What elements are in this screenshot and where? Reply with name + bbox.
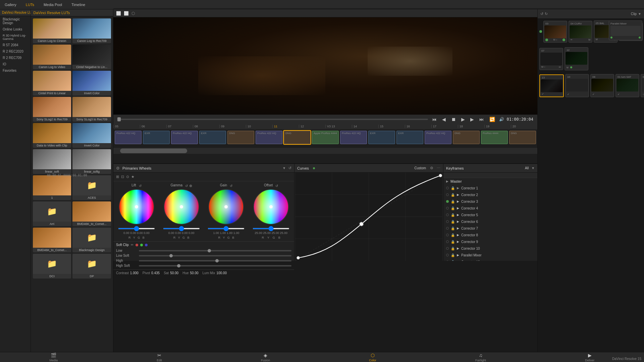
node-10-check[interactable]: ✓	[567, 93, 570, 96]
kf-corrector7[interactable]: 🔒 ▶ Corrector 7	[443, 225, 537, 232]
sc-lowsoft-slider[interactable]	[139, 255, 291, 256]
offset-reset[interactable]: ↺	[275, 184, 278, 188]
tab-timeline[interactable]: Timeline	[69, 2, 87, 7]
lut-item[interactable]: Invert Color	[72, 123, 111, 148]
tool-btn-2[interactable]: ⊡	[121, 175, 124, 179]
node-03[interactable]: 03 M ○	[543, 21, 567, 43]
keyframes-dropdown[interactable]: All	[525, 166, 529, 170]
gain-reset[interactable]: ↺	[230, 184, 232, 188]
lut-item[interactable]: Cintel Negative to Lin...	[72, 45, 111, 69]
kf-corrector10[interactable]: 🔒 ▶ Corrector 10	[443, 245, 537, 252]
offset-color-wheel[interactable]	[253, 188, 289, 225]
kf-corrector3[interactable]: 🔒 ▶ Corrector 3	[443, 198, 537, 205]
pivot-value[interactable]: 0.435	[151, 271, 160, 275]
volume-btn[interactable]: 🔊	[499, 117, 504, 122]
tool-btn-3[interactable]: ⊙	[126, 175, 129, 179]
gamma-slider[interactable]	[163, 228, 200, 229]
kf-corrector5[interactable]: 🔒 ▶ Corrector 5	[443, 212, 537, 218]
gamma-adjust[interactable]: ⊕	[189, 184, 192, 188]
node-12[interactable]: 12 M	[565, 47, 588, 70]
lift-color-wheel[interactable]	[118, 188, 155, 225]
kf-corrector12[interactable]: 🔒 ▶ Corrector 12	[443, 258, 537, 261]
clip-12[interactable]: Apple ProRes 4444	[312, 131, 339, 144]
next-frame-btn[interactable]: ▶	[469, 116, 475, 123]
node-02-satlim[interactable]: 02 sat LIM ○	[641, 74, 644, 97]
clip-10[interactable]: ProRes 422 HQ	[256, 131, 282, 144]
tab-fusion[interactable]: ◈ Fusion	[254, 352, 277, 362]
wheels-reset-btn[interactable]: ↺	[288, 166, 291, 170]
lummix-value[interactable]: 100.00	[216, 271, 227, 275]
loop-btn[interactable]: 🔁	[488, 116, 496, 123]
offset-slider[interactable]	[253, 228, 289, 229]
clip-09[interactable]: DNG	[227, 131, 254, 144]
clip-13[interactable]: ProRes 422 HQ	[340, 131, 367, 144]
kf-corrector8[interactable]: 🔒 ▶ Corrector 8	[443, 232, 537, 238]
kf-corrector1[interactable]: 🔒 ▶ Corrector 1	[443, 185, 537, 191]
kf-corrector9[interactable]: 🔒 ▶ Corrector 9	[443, 238, 537, 245]
kf-parallel-mixer[interactable]: 🔒 ▶ Parallel Mixer	[443, 252, 537, 258]
kf-corrector6[interactable]: 🔒 ▶ Corrector 6	[443, 218, 537, 225]
curves-mode-btn[interactable]: Custom	[415, 166, 426, 170]
clip-19[interactable]: DNG	[509, 131, 536, 144]
soft-clip-blue[interactable]	[145, 244, 148, 246]
sc-highsoft-slider[interactable]	[139, 265, 291, 266]
timeline-scrollbar[interactable]	[113, 148, 537, 154]
lut-item[interactable]: Canon Log to Cineon	[33, 18, 71, 43]
node-02-reset[interactable]: ○	[643, 93, 644, 96]
sc-high-slider[interactable]	[139, 260, 291, 261]
wheels-icon[interactable]: ⚙	[116, 166, 120, 171]
node-tool-2[interactable]: ↻	[545, 12, 548, 16]
soft-clip-edit-btn[interactable]: ✏	[131, 243, 133, 247]
lut-item[interactable]: linear_soft	[33, 149, 71, 174]
node-10[interactable]: 10 ✓	[565, 74, 589, 97]
lut-item[interactable]: BMD46K_to_Comet...	[72, 201, 111, 226]
node-13-check[interactable]: ✓	[542, 93, 544, 96]
node-07[interactable]: 07 M ○ ✏	[539, 48, 563, 70]
play-btn[interactable]: ▶	[460, 116, 466, 123]
tab-luts[interactable]: LUTs	[24, 2, 36, 7]
gain-color-wheel[interactable]	[208, 188, 245, 225]
prev-frame-btn[interactable]: ◀	[441, 116, 447, 123]
clip-dropdown-arrow[interactable]: ▼	[638, 12, 641, 16]
next-mark-btn[interactable]: ⏭	[478, 116, 485, 123]
lut-item[interactable]: 📁 DCI	[33, 254, 71, 279]
node-07-edit[interactable]: ✏	[559, 66, 561, 69]
clip-07[interactable]: ProRes 422 HQ	[171, 131, 198, 144]
lut-item[interactable]: Canon Log to Video	[33, 45, 71, 69]
lut-item[interactable]: 📁 Arri	[33, 201, 71, 226]
lut-item[interactable]: 📁 DP	[72, 254, 111, 279]
lift-reset[interactable]: ↺	[139, 184, 142, 188]
clip-15[interactable]: EXR	[396, 131, 423, 144]
category-looks[interactable]: Online Looks	[0, 26, 31, 33]
node-12-dot[interactable]	[570, 66, 572, 68]
category-rec2020[interactable]: R 2 REC2020	[0, 48, 31, 55]
lut-item[interactable]: BMD46K_to_Comet...	[33, 228, 71, 252]
wheels-dropdown-btn[interactable]: ▼	[282, 166, 286, 170]
node-parallel-mixer[interactable]: Parallel Mixer	[609, 20, 642, 40]
clip-18[interactable]: ProRes 4444	[481, 131, 508, 144]
playback-bar[interactable]	[117, 119, 428, 120]
lut-item[interactable]: linear_softg	[72, 149, 111, 174]
lut-item[interactable]: Canon Log to Rec709	[72, 18, 111, 43]
sat-value[interactable]: 50.00	[170, 271, 178, 275]
lut-item[interactable]: 📁 ACES	[72, 175, 111, 200]
tab-edit[interactable]: ✂ Edit	[150, 352, 169, 362]
lut-item[interactable]: Sony SLog3 to Rec709	[72, 97, 111, 122]
clip-05[interactable]: ProRes 422 HQ	[115, 131, 142, 144]
scroll-thumb[interactable]	[120, 148, 187, 153]
clip-11[interactable]: DNG	[284, 131, 311, 144]
node-01-lumsat[interactable]: 01 lum SAT ✓	[615, 74, 639, 97]
kf-corrector2[interactable]: 🔒 ▶ Corrector 2	[443, 191, 537, 198]
lut-item[interactable]: Data to Video with Clip	[33, 123, 71, 148]
stop-btn[interactable]: ⏹	[450, 116, 457, 123]
clip-06[interactable]: EXR	[143, 131, 170, 144]
clip-14[interactable]: EXR	[368, 131, 395, 144]
soft-clip-green[interactable]	[140, 244, 143, 246]
category-blackmagic[interactable]: Blackmagic Design	[0, 16, 31, 26]
lut-item[interactable]: Invert Color	[72, 71, 111, 96]
kf-expand-icon[interactable]: ▶	[457, 186, 459, 190]
tool-btn-4[interactable]: ★	[131, 175, 135, 179]
clip-08[interactable]: EXR	[199, 131, 226, 144]
category-hybrid[interactable]: R 3D Hybrid Log-Gamma	[0, 33, 31, 42]
lut-item[interactable]: 📁 Blackmagic Design	[72, 228, 111, 252]
